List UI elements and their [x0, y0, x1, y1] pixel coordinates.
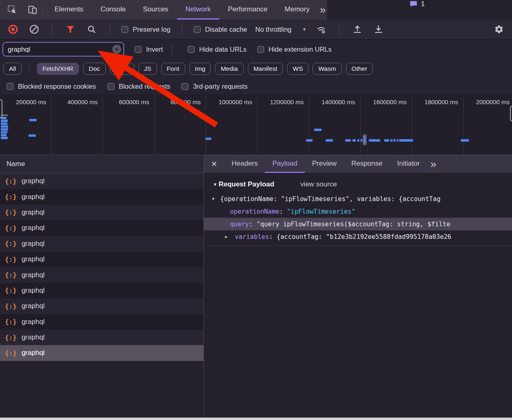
tab-memory[interactable]: Memory — [276, 0, 318, 20]
chip-other[interactable]: Other — [346, 63, 373, 75]
table-row[interactable]: {:}graphql — [0, 236, 203, 252]
xhr-brace-icon: {:} — [5, 177, 17, 185]
table-row[interactable]: {:}graphql — [0, 267, 203, 282]
more-tabs-chevron-icon[interactable]: » — [318, 4, 327, 15]
invert-checkbox[interactable] — [135, 46, 142, 53]
table-row[interactable]: {:}graphql — [0, 330, 203, 345]
waterfall-bar — [306, 139, 313, 142]
expand-triangle-icon[interactable]: ▶ — [225, 234, 232, 239]
payload-divider — [204, 245, 512, 246]
network-settings-gear-icon[interactable] — [492, 23, 505, 36]
chip-doc[interactable]: Doc — [83, 63, 106, 75]
xhr-brace-icon: {:} — [5, 334, 17, 341]
more-filters-row: Blocked response cookiesBlocked requests… — [0, 78, 512, 95]
chip-manifest[interactable]: Manifest — [248, 63, 283, 75]
chip-js[interactable]: JS — [138, 63, 157, 75]
hide-extension-urls-checkbox[interactable] — [257, 46, 264, 53]
table-row[interactable]: {:}graphql — [0, 314, 203, 330]
disable-cache-checkbox[interactable] — [194, 26, 201, 33]
chip-font[interactable]: Font — [161, 63, 185, 75]
payload-summary-line[interactable]: ▼ {operationName: "ipFlowTimeseries", va… — [204, 192, 512, 205]
view-source-link[interactable]: view source — [300, 180, 337, 188]
details-tab-response[interactable]: Response — [344, 155, 390, 173]
checkbox[interactable] — [7, 83, 13, 90]
query-line-highlighted[interactable]: query: "query ipFlowTimeseries($accountT… — [204, 218, 512, 230]
inspect-element-icon[interactable] — [6, 3, 19, 16]
clear-filter-icon[interactable]: ✕ — [112, 45, 121, 54]
chip-ws[interactable]: WS — [287, 63, 309, 75]
chip-media[interactable]: Media — [215, 63, 243, 75]
import-har-icon[interactable] — [351, 23, 364, 36]
record-network-log-icon[interactable] — [7, 23, 20, 36]
issues-count: 1 — [421, 0, 424, 8]
table-row[interactable]: {:}graphql — [0, 283, 203, 298]
export-har-icon[interactable] — [372, 23, 385, 36]
preserve-log-toggle[interactable]: Preserve log — [121, 26, 171, 33]
table-row[interactable]: {:}graphql — [0, 298, 203, 314]
hide-extension-urls-toggle[interactable]: Hide extension URLs — [257, 46, 332, 53]
divider — [109, 24, 110, 35]
table-row[interactable]: {:}graphql — [0, 173, 203, 189]
network-conditions-icon[interactable] — [315, 23, 328, 36]
tab-sources[interactable]: Sources — [134, 0, 177, 20]
table-row[interactable]: {:}graphql — [0, 205, 203, 220]
details-tab-headers[interactable]: Headers — [224, 155, 265, 173]
chip-css[interactable]: CSS — [110, 63, 134, 75]
3rd-party-requests-toggle[interactable]: 3rd-party requests — [182, 83, 247, 90]
blocked-requests-toggle[interactable]: Blocked requests — [107, 83, 171, 90]
chip-img[interactable]: Img — [189, 63, 211, 75]
disable-cache-toggle[interactable]: Disable cache — [194, 26, 247, 33]
preserve-log-checkbox[interactable] — [121, 26, 128, 33]
tab-elements[interactable]: Elements — [46, 0, 92, 20]
tab-network[interactable]: Network — [177, 0, 219, 20]
collapse-triangle-icon[interactable]: ▼ — [212, 197, 219, 201]
request-name: graphql — [22, 287, 45, 295]
details-tab-preview[interactable]: Preview — [305, 155, 344, 173]
request-name: graphql — [22, 318, 45, 326]
timeline-tick-label: 1600000 ms — [361, 95, 412, 155]
details-tab-payload[interactable]: Payload — [265, 155, 304, 173]
more-tabs-chevron-icon[interactable]: » — [429, 159, 438, 169]
hide-data-urls-label: Hide data URLs — [199, 46, 246, 53]
network-overview-timeline[interactable]: 200000 ms400000 ms600000 ms800000 ms1000… — [0, 95, 512, 155]
chip-all[interactable]: All — [3, 63, 22, 75]
throttling-select[interactable]: No throttling ▼ — [255, 26, 306, 33]
overview-left-handle[interactable] — [0, 99, 2, 118]
filter-funnel-icon[interactable] — [64, 23, 77, 36]
issues-counter[interactable]: 1 — [409, 0, 424, 8]
name-column-header[interactable]: Name — [0, 155, 203, 173]
clear-network-log-icon[interactable] — [28, 23, 41, 36]
device-toolbar-icon[interactable] — [26, 3, 39, 16]
panel-tabs: ElementsConsoleSourcesNetworkPerformance… — [46, 0, 327, 20]
variables-line[interactable]: ▶ variables: {accountTag: "b12e3b2192ee5… — [204, 230, 512, 243]
collapse-triangle-icon[interactable]: ▼ — [213, 182, 217, 187]
divider — [52, 24, 53, 35]
waterfall-bar — [390, 139, 393, 142]
table-row[interactable]: {:}graphql — [0, 189, 203, 204]
filter-input[interactable] — [2, 42, 124, 57]
payload-panel: ▼ Request Payload view source ▼ {operati… — [204, 173, 512, 418]
divider — [182, 24, 182, 35]
hide-data-urls-checkbox[interactable] — [188, 46, 195, 53]
details-tab-initiator[interactable]: Initiator — [390, 155, 427, 173]
preserve-log-label: Preserve log — [133, 26, 171, 33]
tab-console[interactable]: Console — [92, 0, 134, 20]
request-name: graphql — [22, 333, 45, 341]
hide-data-urls-toggle[interactable]: Hide data URLs — [188, 46, 246, 53]
invert-toggle[interactable]: Invert — [135, 46, 163, 53]
table-row[interactable]: {:}graphql — [0, 220, 203, 236]
tab-performance[interactable]: Performance — [219, 0, 276, 20]
waterfall-bar — [369, 139, 380, 142]
overview-right-handle[interactable] — [510, 106, 512, 121]
search-icon[interactable] — [85, 23, 98, 36]
table-row[interactable]: {:}graphql — [0, 345, 203, 361]
waterfall-bar — [314, 129, 322, 131]
close-details-icon[interactable]: ✕ — [204, 155, 224, 173]
network-toolbar: Preserve log Disable cache No throttling… — [0, 20, 512, 39]
chip-fetch-xhr[interactable]: Fetch/XHR — [37, 63, 79, 75]
blocked-response-cookies-toggle[interactable]: Blocked response cookies — [7, 83, 96, 90]
chip-wasm[interactable]: Wasm — [313, 63, 341, 75]
table-row[interactable]: {:}graphql — [0, 252, 203, 267]
checkbox[interactable] — [107, 83, 114, 90]
checkbox[interactable] — [182, 83, 188, 90]
